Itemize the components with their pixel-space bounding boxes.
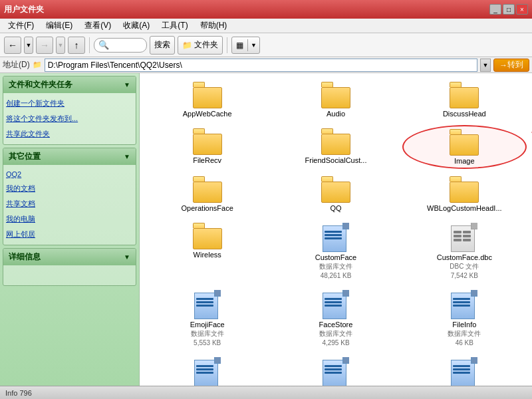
folder-body xyxy=(321,182,350,203)
db-line xyxy=(325,298,342,300)
file-customface-label: CustomFace xyxy=(315,253,356,261)
place-item-2[interactable]: 我的文档 xyxy=(6,181,133,196)
folder-audio-icon xyxy=(320,82,352,108)
menu-tools[interactable]: 工具(T) xyxy=(156,19,193,33)
files-tasks-section: 文件和文件夹任务 ▼ 创建一个新文件夹 将这个文件夹发布到... 共享此文件夹 xyxy=(3,76,136,145)
folder-filerecv[interactable]: FileRecv xyxy=(145,125,269,169)
folder-audio[interactable]: Audio xyxy=(273,78,398,121)
files-tasks-header[interactable]: 文件和文件夹任务 ▼ xyxy=(3,76,136,93)
folder-wireless[interactable]: Wireless xyxy=(145,219,269,283)
file-fileinfo-type: 数据库文件 xyxy=(448,329,481,338)
place-item[interactable]: QQ2 xyxy=(6,168,133,181)
other-places-label: 其它位置 xyxy=(9,151,41,162)
minimize-button[interactable]: _ xyxy=(489,4,501,15)
folder-operationsface-icon xyxy=(192,176,223,203)
db-fold xyxy=(214,290,221,297)
menu-edit[interactable]: 编辑(E) xyxy=(41,19,78,33)
folder-qq[interactable]: QQ xyxy=(273,173,398,215)
db-line xyxy=(196,298,213,300)
file-friendmsg[interactable]: FriendMsg 数据库文件 144 KB xyxy=(273,354,398,386)
other-places-header[interactable]: 其它位置 ▼ xyxy=(3,148,136,165)
files-tasks-content: 创建一个新文件夹 将这个文件夹发布到... 共享此文件夹 xyxy=(3,93,136,144)
folder-tab xyxy=(321,82,333,87)
db-line xyxy=(453,365,470,367)
folders-button[interactable]: 📁 文件夹 xyxy=(178,36,223,55)
file-customface-dbc[interactable]: CustomFace.dbc DBC 文件 7,542 KB xyxy=(402,219,527,283)
task-item[interactable]: 创建一个新文件夹 xyxy=(6,96,133,111)
menu-help[interactable]: 帮助(H) xyxy=(195,19,233,33)
place-item-5[interactable]: 网上邻居 xyxy=(6,227,133,242)
folder-body xyxy=(321,87,350,108)
place-item-4[interactable]: 我的电脑 xyxy=(6,211,133,227)
go-label: → xyxy=(499,61,507,70)
file-facestore[interactable]: FaceStore 数据库文件 4,295 KB xyxy=(273,287,398,350)
file-friendsocial[interactable]: FriendSocial 数据库文件 523 KB xyxy=(402,354,527,386)
back-dropdown[interactable]: ▼ xyxy=(24,37,33,54)
task-item-3[interactable]: 共享此文件夹 xyxy=(6,126,133,142)
dbc-cell xyxy=(454,239,462,241)
view-button[interactable]: ▦ ▼ xyxy=(231,37,260,54)
titlebar: 用户文件夹 _ □ × xyxy=(0,0,532,19)
task-item-2[interactable]: 将这个文件夹发布到... xyxy=(6,111,133,126)
place-item-3[interactable]: 共享文档 xyxy=(6,196,133,211)
folder-image[interactable]: Image xyxy=(402,125,527,169)
file-emojiface[interactable]: EmojiFace 数据库文件 5,553 KB xyxy=(145,287,269,350)
folder-filerecv-label: FileRecv xyxy=(193,156,221,164)
db-line xyxy=(453,298,470,300)
file-customface-size: 48,261 KB xyxy=(321,272,352,279)
db-line xyxy=(453,301,470,303)
folder-wblogcustomheadi[interactable]: WBLogCustomHeadI... xyxy=(402,173,527,215)
file-customface-dbc-label: CustomFace.dbc xyxy=(437,253,492,261)
menu-view[interactable]: 查看(V) xyxy=(79,19,116,33)
other-places-content: QQ2 我的文档 共享文档 我的电脑 网上邻居 xyxy=(3,165,136,245)
files-tasks-label: 文件和文件夹任务 xyxy=(9,79,72,90)
toolbar-separator xyxy=(89,37,90,53)
folder-tab xyxy=(193,128,205,134)
go-text: 转到 xyxy=(507,59,523,70)
folder-body xyxy=(321,134,350,155)
folder-operationsface[interactable]: OperationsFace xyxy=(145,173,269,215)
go-button[interactable]: → 转到 xyxy=(493,59,529,72)
folder-operationsface-label: OperationsFace xyxy=(182,204,233,212)
menu-favorites[interactable]: 收藏(A) xyxy=(118,19,155,33)
up-button[interactable]: ↑ xyxy=(68,37,85,54)
toolbar-separator-2 xyxy=(227,37,227,53)
file-filetransfermsg[interactable]: FileTransferMsg 数据库文件 33 KB xyxy=(145,354,269,386)
folder-body xyxy=(193,134,222,155)
db-fold xyxy=(214,357,221,364)
maximize-button[interactable]: □ xyxy=(503,4,515,15)
file-emojiface-type: 数据库文件 xyxy=(191,329,224,338)
address-dropdown[interactable]: ▼ xyxy=(480,59,491,72)
close-button[interactable]: × xyxy=(516,4,528,15)
db-line xyxy=(325,234,342,236)
forward-dropdown[interactable]: ▼ xyxy=(56,37,65,54)
db-fold xyxy=(471,357,477,364)
menu-file[interactable]: 文件(F) xyxy=(3,19,39,33)
db-line xyxy=(325,372,342,374)
view-dropdown-arrow[interactable]: ▼ xyxy=(248,41,259,50)
file-emojiface-label: EmojiFace xyxy=(190,321,225,329)
folder-friendsocialcust[interactable]: FriendSocialCust... xyxy=(273,125,398,169)
folders-icon: 📁 xyxy=(182,41,192,50)
search-button[interactable]: 搜索 xyxy=(150,36,175,55)
details-header[interactable]: 详细信息 ▼ xyxy=(3,249,136,265)
back-button[interactable]: ← xyxy=(4,37,21,54)
other-places-section: 其它位置 ▼ QQ2 我的文档 共享文档 我的电脑 网上邻居 xyxy=(3,148,136,245)
db-line xyxy=(325,305,342,307)
forward-button[interactable]: → xyxy=(36,37,53,54)
db-lines xyxy=(453,298,470,308)
db-line xyxy=(453,305,470,307)
file-fileinfo[interactable]: FileInfo 数据库文件 46 KB xyxy=(402,287,527,350)
address-input[interactable] xyxy=(45,59,477,72)
folder-wireless-icon xyxy=(192,223,223,249)
file-facestore-type: 数据库文件 xyxy=(319,329,352,338)
file-customface[interactable]: CustomFace 数据库文件 48,261 KB xyxy=(273,219,398,283)
folder-image-label: Image xyxy=(454,157,475,165)
folder-appwebcache[interactable]: AppWebCache xyxy=(145,78,269,121)
folder-discusshead[interactable]: DiscussHead xyxy=(402,78,527,121)
folder-body xyxy=(193,182,222,203)
db-fold xyxy=(471,290,477,297)
db-icon-customface xyxy=(323,223,349,252)
search-label: 搜索 xyxy=(154,39,170,51)
db-line xyxy=(196,372,213,374)
